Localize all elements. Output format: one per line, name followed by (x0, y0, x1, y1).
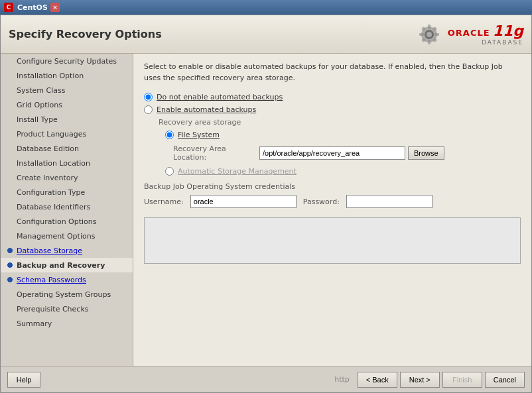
sidebar: Configure Security Updates Installation … (1, 54, 133, 366)
centos-icon: C (4, 3, 13, 12)
recovery-area-storage-label: Recovery area storage (159, 118, 521, 127)
oracle-version: 11g (493, 23, 523, 39)
main-window: Specify Recovery Options (0, 15, 532, 393)
credentials-label: Backup Job Operating System credentials (144, 182, 521, 191)
sidebar-dot (7, 131, 13, 137)
titlebar: C CentOS × (0, 0, 532, 15)
sidebar-item-create-inventory[interactable]: Create Inventory (1, 170, 133, 185)
sidebar-dot (7, 160, 13, 166)
sidebar-item-configure-security[interactable]: Configure Security Updates (1, 54, 133, 68)
next-button[interactable]: Next > (400, 372, 440, 388)
oracle-logo: ORACLE 11g DATABASE (416, 21, 523, 48)
no-backup-label[interactable]: Do not enable automated backups (157, 93, 283, 101)
sidebar-dot-schema (7, 277, 13, 282)
sidebar-item-database-edition[interactable]: Database Edition (1, 141, 133, 156)
sidebar-item-schema-passwords[interactable]: Schema Passwords (1, 272, 133, 287)
content-area: Select to enable or disable automated ba… (133, 54, 531, 366)
sidebar-item-management-options[interactable]: Management Options (1, 229, 133, 243)
help-button[interactable]: Help (7, 372, 40, 388)
auto-storage-group: Automatic Storage Management (165, 167, 521, 176)
body: Configure Security Updates Installation … (1, 54, 531, 366)
sidebar-dot (7, 146, 13, 151)
enable-backup-row: Enable automated backups (144, 105, 521, 114)
sidebar-dot (7, 58, 13, 64)
svg-rect-3 (428, 25, 431, 29)
sidebar-item-configuration-options[interactable]: Configuration Options (1, 214, 133, 229)
output-area (144, 217, 521, 264)
credentials-section: Backup Job Operating System credentials … (144, 182, 521, 208)
sidebar-database-storage-label: Database Storage (17, 247, 82, 255)
enable-backup-label[interactable]: Enable automated backups (157, 105, 256, 114)
recovery-area-location-label: Recovery Area Location: (173, 144, 259, 162)
sidebar-item-backup-recovery[interactable]: Backup and Recovery (1, 258, 133, 272)
sidebar-item-prerequisite-checks[interactable]: Prerequisite Checks (1, 302, 133, 316)
sidebar-dot (7, 292, 13, 297)
oracle-database-label: DATABASE (448, 39, 523, 46)
auto-storage-label[interactable]: Automatic Storage Management (178, 167, 297, 176)
page-title: Specify Recovery Options (9, 28, 162, 40)
http-label: http (334, 375, 350, 384)
svg-point-2 (427, 32, 432, 37)
cancel-button[interactable]: Cancel (485, 372, 525, 388)
sidebar-item-install-type[interactable]: Install Type (1, 112, 133, 127)
svg-rect-5 (419, 33, 424, 36)
gear-icon (416, 21, 442, 48)
svg-rect-4 (428, 40, 431, 44)
sidebar-dot (7, 87, 13, 93)
sidebar-dot (7, 175, 13, 180)
file-system-radio[interactable] (165, 131, 174, 139)
recovery-area-location-input[interactable] (259, 146, 405, 160)
sidebar-schema-passwords-label: Schema Passwords (17, 276, 86, 284)
username-input[interactable] (190, 195, 297, 208)
oracle-text: ORACLE (448, 28, 490, 38)
file-system-label[interactable]: File System (178, 131, 220, 139)
navigation-buttons: http < Back Next > Finish Cancel (334, 372, 525, 388)
sidebar-dot (7, 321, 13, 326)
sidebar-item-system-class[interactable]: System Class (1, 83, 133, 97)
sidebar-backup-recovery-label: Backup and Recovery (17, 261, 105, 270)
header: Specify Recovery Options (1, 15, 531, 54)
sidebar-item-installation-location[interactable]: Installation Location (1, 156, 133, 170)
auto-storage-row: Automatic Storage Management (165, 167, 521, 176)
sidebar-dot (7, 204, 13, 209)
sidebar-item-os-groups[interactable]: Operating System Groups (1, 287, 133, 302)
password-label: Password: (303, 197, 340, 206)
sidebar-item-configuration-type[interactable]: Configuration Type (1, 185, 133, 199)
credentials-row: Username: Password: (144, 195, 521, 208)
no-backup-row: Do not enable automated backups (144, 93, 521, 101)
browse-button[interactable]: Browse (408, 146, 444, 160)
sidebar-dot-recovery (7, 262, 13, 268)
svg-rect-6 (434, 33, 439, 36)
file-system-row: File System (165, 131, 521, 139)
sidebar-scroll[interactable]: Configure Security Updates Installation … (1, 54, 133, 366)
sidebar-dot-storage (7, 248, 13, 253)
no-backup-radio[interactable] (144, 93, 153, 101)
close-button[interactable]: × (50, 3, 60, 12)
enable-backup-radio[interactable] (144, 105, 153, 114)
sidebar-dot (7, 102, 13, 107)
sidebar-dot (7, 219, 13, 224)
sidebar-item-summary[interactable]: Summary (1, 316, 133, 331)
sidebar-item-product-languages[interactable]: Product Languages (1, 127, 133, 141)
auto-storage-radio[interactable] (165, 167, 174, 176)
sidebar-item-grid-options[interactable]: Grid Options (1, 97, 133, 112)
username-label: Username: (144, 197, 184, 206)
sidebar-item-installation-option[interactable]: Installation Option (1, 68, 133, 83)
sidebar-dot (7, 73, 13, 78)
sidebar-dot (7, 306, 13, 311)
description-text: Select to enable or disable automated ba… (144, 62, 521, 84)
sidebar-dot (7, 190, 13, 195)
password-input[interactable] (346, 195, 432, 208)
sidebar-dot (7, 233, 13, 239)
sidebar-item-database-storage[interactable]: Database Storage (1, 243, 133, 258)
back-button[interactable]: < Back (358, 372, 397, 388)
titlebar-label: CentOS (17, 3, 48, 12)
sidebar-dot (7, 117, 13, 122)
bottom-bar: Help http < Back Next > Finish Cancel (1, 366, 531, 392)
recovery-area-location-row: Recovery Area Location: Browse (173, 144, 521, 162)
finish-button[interactable]: Finish (442, 372, 482, 388)
file-system-group: File System (165, 131, 521, 139)
sidebar-item-database-identifiers[interactable]: Database Identifiers (1, 199, 133, 214)
